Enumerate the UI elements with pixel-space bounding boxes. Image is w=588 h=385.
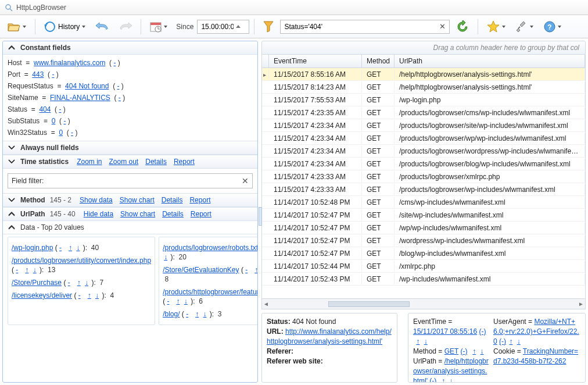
up-arrow-link[interactable]: ↑ (416, 337, 420, 345)
down-arrow-link[interactable]: ↓ (203, 310, 207, 318)
down-arrow-link[interactable]: ↓ (449, 377, 453, 383)
filter-input-wrap[interactable]: ✕ (280, 20, 450, 34)
section-link[interactable]: Report (189, 196, 210, 204)
section-link[interactable]: Show chart (120, 210, 155, 218)
event-time-value[interactable]: 15/11/2017 08:55:16 (413, 327, 477, 336)
minus-link[interactable]: - (63, 117, 66, 125)
time-input-wrap[interactable] (197, 20, 249, 34)
open-button[interactable] (3, 18, 30, 35)
minus-link[interactable]: - (117, 82, 119, 90)
down-arrow-link[interactable]: ↓ (33, 266, 37, 274)
expand-icon[interactable] (8, 159, 16, 165)
time-stats-header[interactable]: Time statistics Zoom inZoom outDetailsRe… (3, 155, 257, 169)
table-row[interactable]: 11/14/2017 10:52:48 PMGET/cms/wp-include… (262, 196, 585, 209)
minus-link[interactable]: - (245, 266, 248, 274)
table-row[interactable]: 11/15/2017 7:55:53 AMGET/wp-login.php (262, 94, 585, 106)
minus-link[interactable]: - (52, 70, 54, 79)
minus-link[interactable]: - (59, 105, 61, 113)
table-row[interactable]: 11/15/2017 8:14:23 AMGET/help/httplogbro… (262, 81, 585, 94)
undo-button[interactable] (92, 18, 113, 35)
up-arrow-link[interactable]: ↑ (472, 347, 476, 355)
urlpath-link[interactable]: /licensekeys/deliver (12, 291, 72, 300)
select-col-header[interactable] (262, 55, 269, 67)
section-link[interactable]: Show data (80, 196, 113, 204)
table-row[interactable]: 11/15/2017 4:23:34 AMGET/products/logbro… (262, 158, 585, 170)
minus-link[interactable]: (-) (429, 377, 436, 383)
field-value-link[interactable]: 0 (52, 117, 56, 125)
method-header[interactable]: Method 145 - 2 Show dataShow chartDetail… (3, 193, 257, 207)
funnel-button[interactable] (259, 18, 278, 35)
clear-field-filter-icon[interactable]: ✕ (242, 176, 249, 186)
table-row[interactable]: 11/14/2017 10:52:47 PMGET/site/wp-includ… (262, 209, 585, 222)
minus-link[interactable]: - (119, 94, 121, 102)
urlpath-link[interactable]: /wp-login.php (12, 244, 53, 252)
section-link[interactable]: Hide data (84, 210, 113, 218)
up-arrow-link[interactable]: ↑ (195, 310, 199, 318)
group-by-bar[interactable]: Drag a column header here to group by th… (261, 41, 586, 55)
table-row[interactable]: 11/14/2017 10:52:43 PMGET/wp-includes/wl… (262, 273, 585, 286)
down-arrow-link[interactable]: ↓ (85, 279, 88, 287)
urlpath-link[interactable]: /blog/ (163, 310, 180, 318)
up-arrow-link[interactable]: ↑ (69, 244, 72, 252)
detail-url-link[interactable]: http://www.finalanalytics.com/help/httpl… (267, 327, 392, 345)
minus-link[interactable]: - (68, 279, 70, 287)
redo-button[interactable] (115, 18, 136, 35)
urlpath-header[interactable]: UrlPath 145 - 40 Hide dataShow chartDeta… (3, 207, 257, 221)
col-urlpath[interactable]: UrlPath (395, 55, 585, 67)
grid-hscroll[interactable]: ◄ ► (262, 298, 585, 309)
favorite-button[interactable] (483, 18, 510, 35)
col-method[interactable]: Method (362, 55, 395, 67)
up-arrow-link[interactable]: ↑ (442, 377, 445, 383)
col-event-time[interactable]: EventTime (269, 55, 362, 67)
up-arrow-link[interactable]: ↑ (176, 297, 180, 305)
table-row[interactable]: 11/15/2017 4:23:34 AMGET/products/logbro… (262, 145, 585, 158)
field-value-link[interactable]: 0 (59, 129, 63, 137)
field-value-link[interactable]: www.finalanalytics.com (34, 59, 105, 67)
field-filter-input[interactable]: Field filter: ✕ (8, 173, 253, 188)
section-link[interactable]: Details (162, 196, 183, 204)
vertical-splitter[interactable] (258, 38, 261, 385)
down-arrow-link[interactable]: ↓ (481, 347, 484, 355)
minus-link[interactable]: - (113, 59, 116, 67)
down-arrow-link[interactable]: ↓ (76, 244, 80, 252)
urlpath-link[interactable]: /products/httplogbrowser/features'a=0 (163, 288, 258, 296)
minus-link[interactable]: - (59, 244, 62, 252)
constant-fields-header[interactable]: Constant fields (3, 41, 257, 55)
field-value-link[interactable]: 443 (32, 70, 44, 79)
table-row[interactable]: 11/14/2017 10:52:47 PMGET/blog/wp-includ… (262, 247, 585, 260)
section-link[interactable]: Details (162, 210, 184, 218)
time-step-up[interactable] (236, 25, 241, 28)
scroll-right-icon[interactable]: ► (577, 301, 585, 307)
field-value-link[interactable]: 404 Not found (65, 82, 109, 90)
method-value[interactable]: GET (444, 347, 458, 355)
history-button[interactable]: History (40, 18, 89, 35)
section-link[interactable]: Show chart (120, 196, 155, 204)
help-button[interactable]: ? (540, 18, 565, 35)
minus-link[interactable]: - (71, 129, 73, 137)
collapse-icon[interactable] (8, 211, 16, 217)
table-row[interactable]: 11/15/2017 4:23:35 AMGET/products/logbro… (262, 106, 585, 119)
urlpath-link[interactable]: /products/logbrowser/utility/convert/ind… (12, 256, 151, 265)
refresh-button[interactable] (452, 18, 473, 35)
table-row[interactable]: 11/14/2017 10:52:44 PMGET/xmlrpc.php (262, 260, 585, 273)
urlpath-link[interactable]: /products/logbrowser/robots.txt (163, 244, 258, 252)
urlpath-link[interactable]: /Store/Purchase (12, 279, 62, 287)
section-link[interactable]: Zoom out (109, 158, 139, 166)
urlpath-link[interactable]: /Store/GetEvaluationKey (163, 266, 239, 274)
table-row[interactable]: 11/15/2017 4:23:34 AMGET/products/logbro… (262, 119, 585, 132)
collapse-icon[interactable] (8, 224, 16, 230)
scroll-left-icon[interactable]: ◄ (262, 301, 270, 307)
up-arrow-link[interactable]: ↑ (88, 291, 91, 300)
table-row[interactable]: 11/15/2017 4:23:33 AMGET/products/logbro… (262, 170, 585, 183)
down-arrow-link[interactable]: ↓ (517, 337, 521, 345)
filter-input[interactable] (283, 22, 438, 31)
clear-filter-icon[interactable]: ✕ (438, 22, 447, 31)
minus-link[interactable]: (-) (479, 327, 486, 336)
table-row[interactable]: 11/14/2017 10:52:47 PMGET/wordpress/wp-i… (262, 234, 585, 247)
section-link[interactable]: Report (191, 210, 211, 218)
table-row[interactable]: 11/14/2017 10:52:47 PMGET/wp/wp-includes… (262, 222, 585, 234)
top20-header[interactable]: Data - Top 20 values (3, 221, 257, 234)
up-arrow-link[interactable]: ↑ (25, 266, 28, 274)
calendar-button[interactable] (146, 18, 171, 35)
minus-link[interactable]: (-) (461, 347, 468, 355)
